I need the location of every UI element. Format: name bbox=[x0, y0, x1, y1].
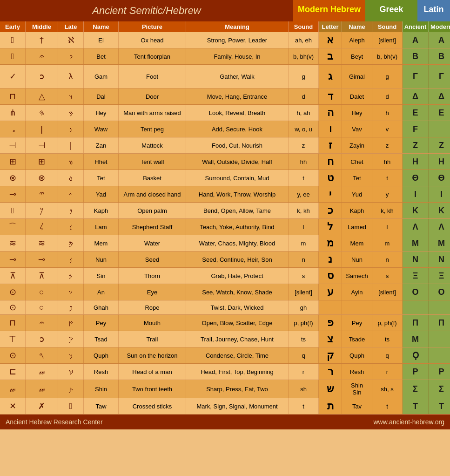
cell-late: 𐡁 bbox=[58, 48, 84, 64]
cell-middle: ↄ bbox=[26, 65, 58, 88]
header-modern-hebrew: Modern Hebrew bbox=[293, 0, 365, 21]
cell-early: ⊙ bbox=[0, 300, 26, 314]
cell-letter: ה bbox=[319, 105, 342, 121]
cell-picture: Man with arms raised bbox=[119, 105, 186, 121]
cell-meaning: Family, House, In bbox=[186, 48, 289, 64]
cell-picture: Door bbox=[119, 88, 186, 104]
cell-picture: Shepherd Staff bbox=[119, 219, 186, 235]
col-header-name: Name bbox=[84, 21, 119, 32]
col-header-mod-sound: Sound bbox=[372, 21, 403, 32]
cell-mod-greek: Θ bbox=[429, 170, 450, 186]
cell-meaning: Water, Chaos, Mighty, Blood bbox=[186, 235, 289, 251]
cell-mod-greek bbox=[429, 331, 450, 347]
cell-sound: h, ah bbox=[289, 105, 319, 121]
cell-anc-greek: Θ bbox=[403, 170, 429, 186]
cell-letter: ו bbox=[319, 121, 342, 137]
col-header-late: Late bbox=[58, 21, 84, 32]
cell-name: An bbox=[84, 284, 119, 300]
footer: Ancient Hebrew Research Center www.ancie… bbox=[0, 415, 450, 429]
cell-letter: ת bbox=[319, 398, 342, 414]
cell-late: 𐡐 bbox=[58, 300, 84, 314]
cell-sound: p, ph(f) bbox=[289, 315, 319, 331]
cell-mod-name: Zayin bbox=[342, 137, 372, 153]
cell-mod-name: Mem bbox=[342, 235, 372, 251]
cell-meaning: Strong, Power, Leader bbox=[186, 32, 289, 48]
cell-mod-greek bbox=[429, 300, 450, 314]
cell-name: Taw bbox=[84, 398, 119, 414]
cell-mod-name: Tsade bbox=[342, 331, 372, 347]
table-row: 𒀭 † ℵ El Ox head Strong, Power, Leader a… bbox=[0, 32, 450, 48]
cell-meaning: Food, Cut, Nourish bbox=[186, 137, 289, 153]
table-row: ⊣ ⊣ | Zan Mattock Food, Cut, Nourish z ז… bbox=[0, 137, 450, 154]
cell-mod-sound: b, bh(v) bbox=[372, 48, 403, 64]
cell-middle: ⊣ bbox=[26, 137, 58, 153]
cell-letter: ט bbox=[319, 170, 342, 186]
cell-anc-greek: Ν bbox=[403, 252, 429, 267]
cell-letter: ש bbox=[319, 380, 342, 398]
cell-meaning: Teach, Yoke, Authority, Bind bbox=[186, 219, 289, 235]
cell-early: 𒃻 bbox=[0, 48, 26, 64]
cell-name: Ghah bbox=[84, 300, 119, 314]
footer-left: Ancient Hebrew Research Center bbox=[6, 418, 103, 426]
cell-mod-sound: l bbox=[372, 219, 403, 235]
cell-early: ✕ bbox=[0, 398, 26, 414]
cell-picture: Eye bbox=[119, 284, 186, 300]
header-ancient: Ancient Semitic/Hebrew bbox=[0, 0, 293, 21]
col-header-meaning: Meaning bbox=[186, 21, 289, 32]
cell-anc-greek: Β bbox=[403, 48, 429, 64]
cell-letter: ע bbox=[319, 284, 342, 300]
cell-sound: [silent] bbox=[289, 284, 319, 300]
col-header-mod-name: Name bbox=[342, 21, 372, 32]
cell-late: 𐡑 bbox=[58, 315, 84, 331]
cell-sound: l bbox=[289, 219, 319, 235]
cell-anc-greek: Μ bbox=[403, 235, 429, 251]
cell-anc-greek: Ε bbox=[403, 105, 429, 121]
col-header-anc-greek: Ancient bbox=[403, 21, 429, 32]
col-header-early: Early bbox=[0, 21, 26, 32]
cell-name: Dal bbox=[84, 88, 119, 104]
cell-early: 𒂗 bbox=[0, 203, 26, 218]
cell-mod-greek: Ξ bbox=[429, 268, 450, 284]
cell-letter: מ bbox=[319, 235, 342, 251]
cell-anc-greek bbox=[403, 300, 429, 314]
cell-middle: ↄ bbox=[26, 331, 58, 347]
cell-mod-name: Yud bbox=[342, 186, 372, 202]
cell-late: 𐡊 bbox=[58, 203, 84, 218]
table-row: ⌒ 𐤋 𐡋 Lam Shepherd Staff Teach, Yoke, Au… bbox=[0, 219, 450, 235]
cell-mod-sound: t bbox=[372, 170, 403, 186]
cell-late: 𐡌 bbox=[58, 235, 84, 251]
cell-late: 𐡎 bbox=[58, 268, 84, 284]
cell-middle: | bbox=[26, 121, 58, 137]
cell-letter: ל bbox=[319, 219, 342, 235]
cell-late: 𐡈 bbox=[58, 170, 84, 186]
cell-anc-greek: Γ bbox=[403, 65, 429, 88]
cell-sound: d bbox=[289, 88, 319, 104]
cell-late: 𐡍 bbox=[58, 252, 84, 267]
table-row: ⊙ ○ 𐡐 Ghah Rope Twist, Dark, Wicked gh bbox=[0, 300, 450, 315]
cell-early: ⊓ bbox=[0, 315, 26, 331]
cell-mod-name: Hey bbox=[342, 105, 372, 121]
cell-late: λ bbox=[58, 65, 84, 88]
cell-early: ⊣ bbox=[0, 137, 26, 153]
cell-letter: צ bbox=[319, 331, 342, 347]
table-body: 𒀭 † ℵ El Ox head Strong, Power, Leader a… bbox=[0, 32, 450, 415]
cell-middle: 𝓌 bbox=[26, 380, 58, 398]
cell-mod-greek: Σ bbox=[429, 380, 450, 398]
cell-mod-greek: Ε bbox=[429, 105, 450, 121]
col-header-middle: Middle bbox=[26, 21, 58, 32]
cell-mod-name: Quph bbox=[342, 347, 372, 363]
cell-mod-name: Tav bbox=[342, 398, 372, 414]
cell-mod-greek: Ι bbox=[429, 186, 450, 202]
cell-meaning: Move, Hang, Entrance bbox=[186, 88, 289, 104]
cell-anc-greek: F bbox=[403, 121, 429, 137]
table-row: ⊸ 𐤉 𐡉 Yad Arm and closed hand Hand, Work… bbox=[0, 186, 450, 203]
cell-picture: Water bbox=[119, 235, 186, 251]
cell-sound: k, kh bbox=[289, 203, 319, 218]
cell-mod-sound: n bbox=[372, 252, 403, 267]
cell-anc-greek: Σ bbox=[403, 380, 429, 398]
cell-picture: Two front teeth bbox=[119, 380, 186, 398]
cell-early: ⊙ bbox=[0, 284, 26, 300]
cell-mod-greek: Π bbox=[429, 315, 450, 331]
cell-mod-sound: m bbox=[372, 235, 403, 251]
cell-name: Gam bbox=[84, 65, 119, 88]
